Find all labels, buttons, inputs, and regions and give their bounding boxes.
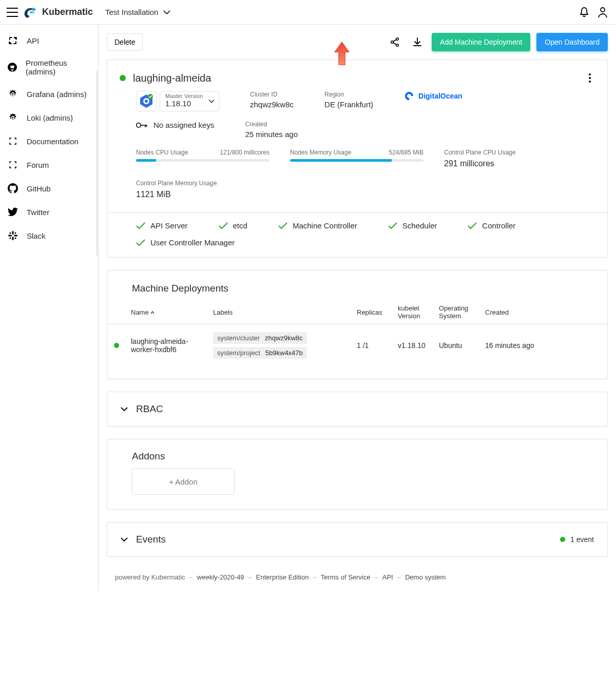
sidebar-item-loki[interactable]: Loki (admins)	[0, 106, 98, 129]
health-item: API Server	[136, 221, 188, 230]
footer-api[interactable]: API	[382, 573, 393, 581]
cluster-id-value: zhqwz9kw8c	[250, 100, 294, 109]
events-toggle[interactable]: Events 1 event	[107, 523, 607, 556]
col-replicas: Replicas	[352, 300, 393, 324]
check-icon	[136, 222, 145, 229]
logo[interactable]: Kubermatic	[23, 6, 93, 19]
hamburger-menu[interactable]	[4, 4, 21, 21]
download-button[interactable]	[409, 34, 426, 50]
sidebar-item-label: Forum	[27, 161, 49, 169]
master-version-label: Master Version	[165, 93, 214, 99]
share-icon	[390, 37, 400, 47]
footer-powered: powered by Kubermatic	[115, 573, 185, 581]
svg-point-11	[9, 232, 11, 234]
cluster-menu-button[interactable]	[585, 71, 595, 85]
svg-point-27	[137, 123, 141, 127]
cluster-card: laughing-almeida Master Version 1.18.10	[107, 60, 608, 258]
check-icon	[468, 222, 477, 229]
events-card: Events 1 event	[107, 522, 608, 557]
svg-point-23	[145, 100, 148, 103]
share-button[interactable]	[387, 34, 403, 50]
cpu-usage-bar	[136, 159, 270, 162]
col-os: Operating System	[434, 300, 480, 324]
footer-edition[interactable]: Enterprise Edition	[256, 573, 309, 581]
twitter-icon	[7, 206, 18, 218]
sidebar-item-forum[interactable]: Forum	[0, 153, 98, 177]
cloud-provider: DigitalOcean	[404, 91, 463, 101]
md-labels: system/clusterzhqwz9kw8csystem/project5b…	[208, 324, 352, 367]
delete-button[interactable]: Delete	[107, 33, 143, 51]
md-status-dot	[114, 343, 119, 348]
ssh-keys-value: No assigned keys	[153, 121, 214, 129]
footer-version[interactable]: weekly-2020-49	[197, 573, 244, 581]
cp-cpu-value: 291 millicores	[444, 159, 547, 168]
footer: powered by Kubermatic – weekly-2020-49 –…	[107, 569, 616, 591]
external-link-icon	[7, 136, 18, 147]
svg-point-18	[589, 73, 591, 75]
sidebar-item-twitter[interactable]: Twitter	[0, 200, 98, 224]
github-icon	[7, 183, 18, 194]
events-count: 1 event	[570, 535, 594, 544]
account-button[interactable]	[593, 3, 612, 22]
open-dashboard-button[interactable]: Open Dashboard	[536, 33, 608, 51]
sidebar-item-label: Documentation	[27, 137, 79, 146]
cp-mem-label: Control Plane Memory Usage	[136, 180, 217, 187]
sidebar-item-label: Slack	[27, 231, 46, 240]
hamburger-icon	[7, 8, 18, 17]
cluster-status-indicator	[120, 75, 126, 81]
health-item: Machine Controller	[278, 221, 357, 230]
prometheus-icon	[7, 62, 17, 73]
addons-card: Addons + Addon	[107, 439, 608, 510]
health-item: Scheduler	[388, 221, 437, 230]
sidebar-item-label: GitHub	[27, 184, 51, 193]
md-kubelet: v1.18.10	[393, 324, 434, 367]
chevron-down-icon	[208, 100, 215, 103]
master-version-select[interactable]: Master Version 1.18.10	[160, 91, 219, 111]
key-icon	[136, 122, 147, 129]
addons-title: Addons	[107, 439, 607, 468]
mem-usage-bar	[290, 159, 424, 162]
cpu-usage-label: Nodes CPU Usage	[136, 149, 188, 156]
sidebar-item-label: Prometheus (admins)	[26, 59, 91, 76]
table-row[interactable]: laughing-almeida-worker-hxdbf6system/clu…	[107, 324, 607, 367]
grafana-icon	[7, 88, 18, 100]
add-addon-button[interactable]: + Addon	[132, 468, 235, 495]
digitalocean-icon	[404, 91, 414, 101]
health-name: User Controller Manager	[150, 238, 235, 247]
region-label: Region	[324, 91, 373, 98]
svg-rect-25	[407, 98, 409, 100]
svg-point-1	[601, 8, 605, 12]
sidebar-item-api[interactable]: API	[0, 29, 98, 52]
health-name: Controller	[482, 221, 515, 230]
sidebar-item-prometheus[interactable]: Prometheus (admins)	[0, 52, 98, 82]
health-name: Machine Controller	[293, 221, 357, 230]
sidebar-item-github[interactable]: GitHub	[0, 177, 98, 200]
md-section-title: Machine Deployments	[107, 270, 607, 300]
user-icon	[598, 7, 608, 18]
external-link-icon	[7, 35, 18, 46]
rbac-card: RBAC	[107, 392, 608, 427]
cp-mem-value: 1121 MiB	[136, 190, 270, 199]
more-vertical-icon	[589, 73, 591, 83]
rbac-toggle[interactable]: RBAC	[107, 392, 607, 426]
loki-icon	[7, 112, 18, 123]
svg-point-0	[32, 8, 35, 11]
svg-point-14	[14, 237, 16, 239]
add-machine-deployment-button[interactable]: Add Machine Deployment	[432, 33, 530, 51]
region-value: DE (Frankfurt)	[324, 100, 373, 109]
check-icon	[388, 222, 397, 229]
svg-point-19	[589, 77, 591, 79]
project-switcher[interactable]: Test Installation	[105, 8, 170, 16]
sidebar-item-documentation[interactable]: Documentation	[0, 129, 98, 153]
svg-point-20	[589, 81, 591, 83]
footer-tos[interactable]: Terms of Service	[321, 573, 371, 581]
svg-point-13	[9, 237, 11, 239]
sidebar-item-grafana[interactable]: Grafana (admins)	[0, 82, 98, 106]
sidebar-item-slack[interactable]: Slack	[0, 224, 98, 247]
created-value: 25 minutes ago	[245, 130, 298, 139]
footer-demo[interactable]: Demo system	[405, 573, 446, 581]
col-created: Created	[480, 300, 607, 324]
notifications-button[interactable]	[575, 3, 593, 22]
sidebar: API Prometheus (admins) Grafana (admins)…	[0, 25, 99, 591]
col-name[interactable]: Name	[131, 308, 149, 316]
